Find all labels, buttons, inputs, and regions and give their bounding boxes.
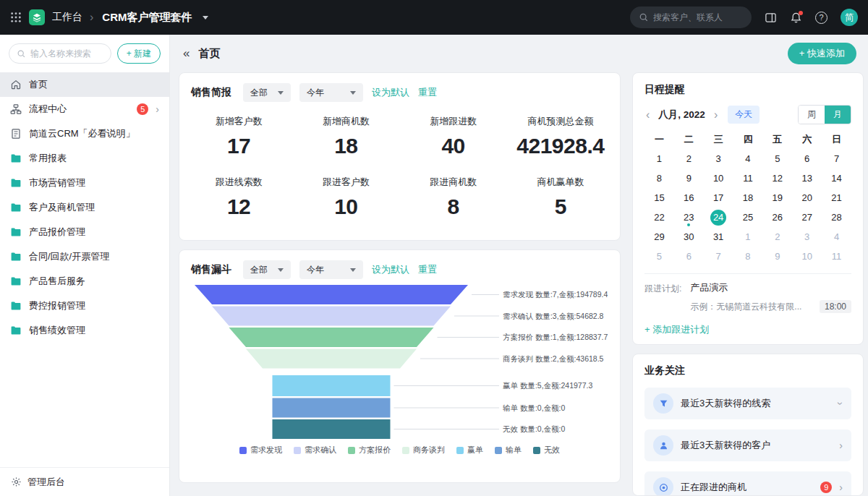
- calendar-day-25[interactable]: 25: [733, 208, 763, 227]
- funnel-stage-1[interactable]: [195, 285, 468, 304]
- panel-toggle-icon[interactable]: [765, 12, 777, 24]
- calendar-day-9[interactable]: 9: [674, 168, 704, 188]
- calendar-day-3[interactable]: 3: [704, 149, 733, 168]
- calendar-day-21[interactable]: 21: [822, 188, 851, 208]
- legend-item-6[interactable]: 输单: [495, 445, 522, 456]
- calendar-day-4[interactable]: 4: [733, 149, 763, 168]
- add-plan-link[interactable]: + 添加跟进计划: [644, 323, 851, 336]
- calendar-day-24[interactable]: 24: [704, 208, 733, 227]
- global-search-input[interactable]: [653, 12, 741, 22]
- avatar[interactable]: 简: [841, 9, 858, 26]
- briefing-scope-select[interactable]: 全部: [243, 83, 291, 102]
- legend-item-5[interactable]: 赢单: [456, 445, 483, 456]
- briefing-period-select[interactable]: 今年: [299, 83, 363, 102]
- calendar-day-31[interactable]: 31: [704, 227, 733, 247]
- calendar-day-7[interactable]: 7: [704, 247, 733, 266]
- plan-item[interactable]: 示例：无锡简道云科技有限... 18:00: [690, 300, 851, 313]
- calendar-day-26[interactable]: 26: [762, 208, 792, 227]
- focus-item-2[interactable]: 正在跟进的商机9›: [644, 471, 851, 496]
- funnel-stage-5[interactable]: [273, 375, 391, 396]
- focus-item-1[interactable]: 最近3天新获得的客户›: [644, 429, 851, 461]
- calendar-day-2[interactable]: 2: [674, 149, 704, 168]
- calendar-day-1[interactable]: 1: [644, 149, 674, 168]
- sidebar-item-7[interactable]: 合同/回款/开票管理: [0, 244, 169, 269]
- calendar-day-29[interactable]: 29: [644, 227, 674, 247]
- collapse-sidebar-icon[interactable]: «: [183, 46, 188, 61]
- calendar-day-8[interactable]: 8: [644, 168, 674, 188]
- sidebar-item-5[interactable]: 客户及商机管理: [0, 195, 169, 220]
- calendar-day-6[interactable]: 6: [674, 247, 704, 266]
- sidebar-item-1[interactable]: 流程中心5›: [0, 97, 169, 121]
- funnel-stage-2[interactable]: [212, 307, 451, 326]
- help-icon[interactable]: ?: [815, 12, 827, 24]
- calendar-day-10[interactable]: 10: [704, 168, 733, 188]
- app-grid-icon[interactable]: [10, 12, 22, 23]
- month-view-button[interactable]: 月: [825, 106, 851, 124]
- calendar-day-5[interactable]: 5: [762, 149, 792, 168]
- briefing-set-default-link[interactable]: 设为默认: [372, 86, 409, 99]
- calendar-day-28[interactable]: 28: [822, 208, 851, 227]
- legend-item-1[interactable]: 需求发现: [239, 445, 282, 456]
- funnel-stage-6[interactable]: [273, 398, 391, 418]
- workspace-label[interactable]: 工作台: [52, 11, 82, 24]
- legend-item-4[interactable]: 商务谈判: [402, 445, 445, 456]
- calendar-day-18[interactable]: 18: [733, 188, 763, 208]
- calendar-day-5[interactable]: 5: [644, 247, 674, 266]
- sidebar-item-0[interactable]: 首页: [0, 72, 169, 97]
- bell-icon[interactable]: [790, 12, 802, 24]
- focus-item-0[interactable]: 最近3天新获得的线索›: [644, 388, 851, 419]
- jiandaoyun-logo-icon[interactable]: [29, 9, 45, 25]
- calendar-day-3[interactable]: 3: [792, 227, 822, 247]
- calendar-day-2[interactable]: 2: [762, 227, 792, 247]
- funnel-set-default-link[interactable]: 设为默认: [372, 263, 409, 276]
- calendar-day-23[interactable]: 23: [674, 208, 704, 227]
- legend-item-3[interactable]: 方案报价: [348, 445, 391, 456]
- sidebar-item-10[interactable]: 销售绩效管理: [0, 318, 169, 343]
- calendar-day-11[interactable]: 11: [822, 247, 851, 266]
- sidebar-item-8[interactable]: 产品售后服务: [0, 269, 169, 294]
- sidebar-item-4[interactable]: 市场营销管理: [0, 171, 169, 195]
- calendar-day-6[interactable]: 6: [792, 149, 822, 168]
- calendar-day-27[interactable]: 27: [792, 208, 822, 227]
- calendar-day-30[interactable]: 30: [674, 227, 704, 247]
- sidebar-search[interactable]: [9, 43, 111, 64]
- today-button[interactable]: 今天: [728, 106, 760, 124]
- legend-item-7[interactable]: 无效: [533, 445, 560, 456]
- calendar-day-15[interactable]: 15: [644, 188, 674, 208]
- admin-console-button[interactable]: 管理后台: [0, 467, 169, 496]
- app-title[interactable]: CRM客户管理套件: [102, 11, 192, 25]
- calendar-day-12[interactable]: 12: [762, 168, 792, 188]
- sidebar-item-2[interactable]: 简道云CRM「必看说明」: [0, 121, 169, 146]
- calendar-day-8[interactable]: 8: [733, 247, 763, 266]
- next-month-icon[interactable]: ›: [712, 108, 719, 121]
- sidebar-search-input[interactable]: [30, 48, 103, 59]
- calendar-day-22[interactable]: 22: [644, 208, 674, 227]
- calendar-day-10[interactable]: 10: [792, 247, 822, 266]
- global-search[interactable]: [630, 7, 752, 28]
- calendar-day-7[interactable]: 7: [822, 149, 851, 168]
- briefing-reset-link[interactable]: 重置: [418, 86, 437, 99]
- calendar-day-20[interactable]: 20: [792, 188, 822, 208]
- calendar-day-11[interactable]: 11: [733, 168, 763, 188]
- calendar-day-1[interactable]: 1: [733, 227, 763, 247]
- app-title-caret-icon[interactable]: [203, 16, 208, 20]
- calendar-day-13[interactable]: 13: [792, 168, 822, 188]
- funnel-scope-select[interactable]: 全部: [243, 260, 291, 279]
- funnel-stage-4[interactable]: [246, 349, 417, 369]
- sidebar-item-3[interactable]: 常用报表: [0, 146, 169, 171]
- calendar-day-16[interactable]: 16: [674, 188, 704, 208]
- sidebar-item-6[interactable]: 产品报价管理: [0, 220, 169, 244]
- prev-month-icon[interactable]: ‹: [644, 108, 651, 121]
- calendar-day-9[interactable]: 9: [762, 247, 792, 266]
- sidebar-item-9[interactable]: 费控报销管理: [0, 294, 169, 318]
- funnel-stage-3[interactable]: [229, 328, 434, 347]
- new-app-button[interactable]: + 新建: [117, 43, 161, 64]
- calendar-day-4[interactable]: 4: [822, 227, 851, 247]
- calendar-day-19[interactable]: 19: [762, 188, 792, 208]
- legend-item-2[interactable]: 需求确认: [294, 445, 336, 456]
- funnel-stage-7[interactable]: [273, 419, 391, 439]
- calendar-day-17[interactable]: 17: [704, 188, 733, 208]
- funnel-period-select[interactable]: 今年: [299, 260, 363, 279]
- funnel-reset-link[interactable]: 重置: [418, 263, 437, 276]
- calendar-day-14[interactable]: 14: [822, 168, 851, 188]
